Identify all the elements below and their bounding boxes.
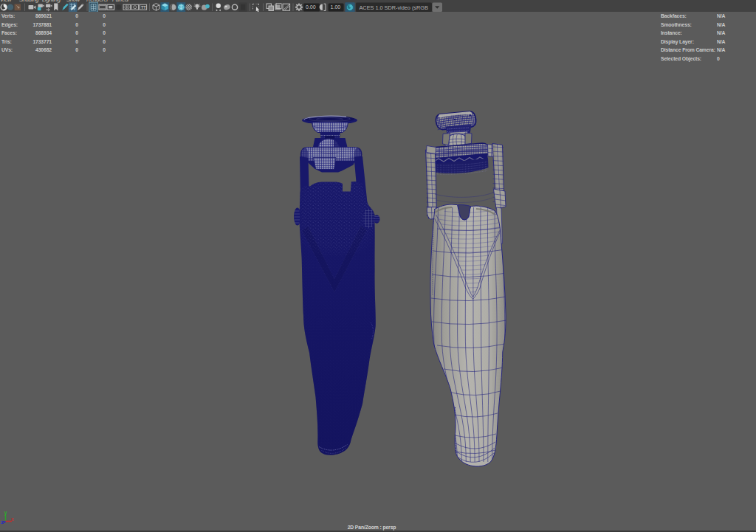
- svg-text:x: x: [11, 517, 14, 522]
- svg-text:y: y: [4, 510, 7, 516]
- svg-text:z: z: [1, 519, 4, 525]
